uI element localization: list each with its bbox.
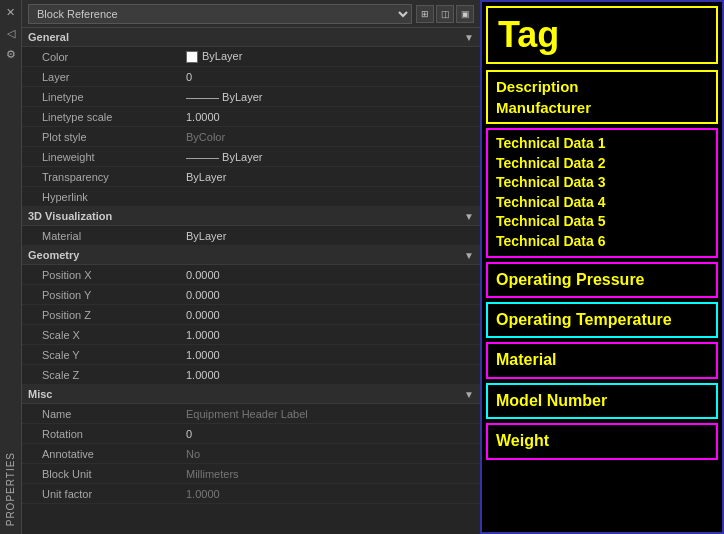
- misc-arrow: ▼: [464, 389, 474, 400]
- tag-panel: Tag Description Manufacturer Technical D…: [480, 0, 724, 534]
- misc-label: Misc: [28, 388, 52, 400]
- prop-scale-z: Scale Z 1.0000: [22, 365, 480, 385]
- operating-temperature-label: Operating Temperature: [496, 309, 708, 331]
- tag-manufacturer: Manufacturer: [496, 97, 708, 118]
- prop-layer: Layer 0: [22, 67, 480, 87]
- prop-plot-style-value: ByColor: [182, 129, 480, 145]
- prop-transparency-label: Transparency: [22, 169, 182, 185]
- prop-lineweight-value[interactable]: ——— ByLayer: [182, 149, 480, 165]
- tag-description: Description: [496, 76, 708, 97]
- prop-scale-y-label: Scale Y: [22, 347, 182, 363]
- prop-linetype-scale-value[interactable]: 1.0000: [182, 109, 480, 125]
- prop-position-z: Position Z 0.0000: [22, 305, 480, 325]
- operating-pressure-label: Operating Pressure: [496, 269, 708, 291]
- prop-lineweight-label: Lineweight: [22, 149, 182, 165]
- prop-unit-factor-value: 1.0000: [182, 486, 480, 502]
- toolbar-icons: ⊞ ◫ ▣: [416, 5, 474, 23]
- prop-transparency: Transparency ByLayer: [22, 167, 480, 187]
- misc-section-header[interactable]: Misc ▼: [22, 385, 480, 404]
- geometry-section-header[interactable]: Geometry ▼: [22, 246, 480, 265]
- prop-unit-factor-label: Unit factor: [22, 486, 182, 502]
- weight-row: Weight: [486, 423, 718, 459]
- prop-color-label: Color: [22, 49, 182, 65]
- tag-tech-1: Technical Data 1: [496, 134, 708, 154]
- prop-linetype-value[interactable]: ——— ByLayer: [182, 89, 480, 105]
- prop-name-label: Name: [22, 406, 182, 422]
- geometry-label: Geometry: [28, 249, 79, 261]
- prop-color: Color ByLayer: [22, 47, 480, 67]
- prop-position-z-value[interactable]: 0.0000: [182, 307, 480, 323]
- 3d-viz-section-header[interactable]: 3D Visualization ▼: [22, 207, 480, 226]
- prop-hyperlink: Hyperlink: [22, 187, 480, 207]
- settings-icon[interactable]: ⚙: [4, 46, 18, 63]
- prop-color-value[interactable]: ByLayer: [182, 48, 480, 65]
- prop-name-value: Equipment Header Label: [182, 406, 480, 422]
- prop-layer-label: Layer: [22, 69, 182, 85]
- grid-icon[interactable]: ⊞: [416, 5, 434, 23]
- prop-transparency-value[interactable]: ByLayer: [182, 169, 480, 185]
- prop-material-value[interactable]: ByLayer: [182, 228, 480, 244]
- close-icon[interactable]: ✕: [4, 4, 17, 21]
- prop-hyperlink-label: Hyperlink: [22, 189, 182, 205]
- properties-label: PROPERTIES: [5, 448, 16, 530]
- prop-rotation-value[interactable]: 0: [182, 426, 480, 442]
- 3d-viz-label: 3D Visualization: [28, 210, 112, 222]
- prop-block-unit: Block Unit Millimeters: [22, 464, 480, 484]
- prop-name: Name Equipment Header Label: [22, 404, 480, 424]
- prop-position-z-label: Position Z: [22, 307, 182, 323]
- prop-position-y: Position Y 0.0000: [22, 285, 480, 305]
- prop-unit-factor: Unit factor 1.0000: [22, 484, 480, 504]
- prop-linetype-scale-label: Linetype scale: [22, 109, 182, 125]
- prop-linetype-label: Linetype: [22, 89, 182, 105]
- top-bar: Block Reference ⊞ ◫ ▣: [22, 0, 480, 28]
- view-icon[interactable]: ▣: [456, 5, 474, 23]
- prop-material-label: Material: [22, 228, 182, 244]
- prop-position-x-label: Position X: [22, 267, 182, 283]
- prop-scale-z-label: Scale Z: [22, 367, 182, 383]
- prop-block-unit-label: Block Unit: [22, 466, 182, 482]
- prop-hyperlink-value[interactable]: [182, 195, 480, 199]
- prop-position-x-value[interactable]: 0.0000: [182, 267, 480, 283]
- tag-tech-6: Technical Data 6: [496, 232, 708, 252]
- prop-plot-style: Plot style ByColor: [22, 127, 480, 147]
- tag-title-section: Tag: [486, 6, 718, 64]
- 3d-viz-arrow: ▼: [464, 211, 474, 222]
- operating-temperature-row: Operating Temperature: [486, 302, 718, 338]
- prop-rotation-label: Rotation: [22, 426, 182, 442]
- material-row: Material: [486, 342, 718, 378]
- geometry-arrow: ▼: [464, 250, 474, 261]
- tag-tech-3: Technical Data 3: [496, 173, 708, 193]
- info-section: Description Manufacturer: [486, 70, 718, 124]
- tag-tech-2: Technical Data 2: [496, 154, 708, 174]
- prop-annotative-label: Annotative: [22, 446, 182, 462]
- prop-position-y-value[interactable]: 0.0000: [182, 287, 480, 303]
- general-section-header[interactable]: General ▼: [22, 28, 480, 47]
- prop-scale-x: Scale X 1.0000: [22, 325, 480, 345]
- material-label: Material: [496, 349, 708, 371]
- prop-layer-value[interactable]: 0: [182, 69, 480, 85]
- prop-scale-z-value[interactable]: 1.0000: [182, 367, 480, 383]
- prop-lineweight: Lineweight ——— ByLayer: [22, 147, 480, 167]
- prop-linetype: Linetype ——— ByLayer: [22, 87, 480, 107]
- operating-pressure-row: Operating Pressure: [486, 262, 718, 298]
- general-arrow: ▼: [464, 32, 474, 43]
- properties-content: General ▼ Color ByLayer Layer 0 Linetype…: [22, 28, 480, 534]
- prop-block-unit-value: Millimeters: [182, 466, 480, 482]
- prop-scale-x-value[interactable]: 1.0000: [182, 327, 480, 343]
- left-strip: ✕ ◁ ⚙ PROPERTIES: [0, 0, 22, 534]
- model-number-label: Model Number: [496, 390, 708, 412]
- tag-title-text: Tag: [498, 14, 559, 55]
- model-number-row: Model Number: [486, 383, 718, 419]
- prop-scale-x-label: Scale X: [22, 327, 182, 343]
- prop-scale-y-value[interactable]: 1.0000: [182, 347, 480, 363]
- prop-annotative: Annotative No: [22, 444, 480, 464]
- technical-section: Technical Data 1 Technical Data 2 Techni…: [486, 128, 718, 258]
- tag-tech-5: Technical Data 5: [496, 212, 708, 232]
- collapse-icon[interactable]: ◁: [5, 25, 17, 42]
- weight-label: Weight: [496, 430, 708, 452]
- split-icon[interactable]: ◫: [436, 5, 454, 23]
- prop-plot-style-label: Plot style: [22, 129, 182, 145]
- block-reference-dropdown[interactable]: Block Reference: [28, 4, 412, 24]
- prop-linetype-scale: Linetype scale 1.0000: [22, 107, 480, 127]
- prop-scale-y: Scale Y 1.0000: [22, 345, 480, 365]
